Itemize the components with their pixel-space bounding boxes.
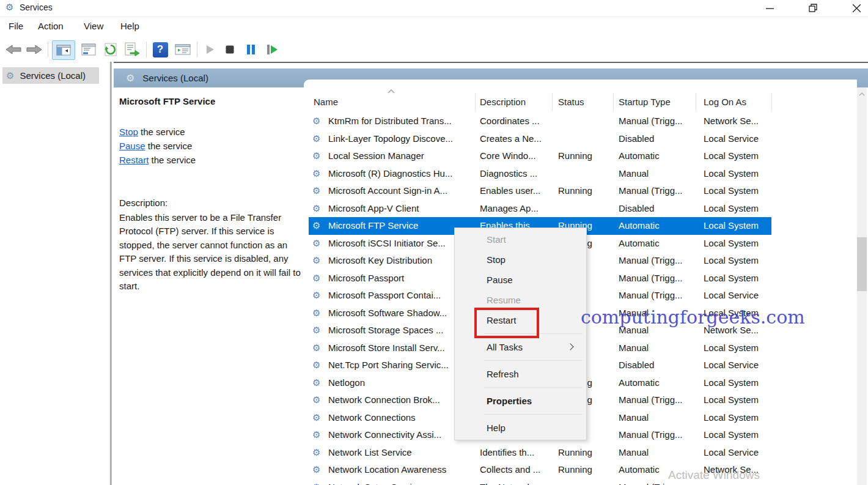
table-row[interactable]: ⚙Local Session ManagerCore Windo...Runni… — [309, 147, 771, 165]
column-header-startup[interactable]: Startup Type — [619, 97, 671, 107]
cell-startup-type: Manual (Trigg... — [619, 113, 697, 130]
console-tree-icon — [56, 44, 72, 56]
pause-icon — [246, 45, 256, 54]
restart-service-link[interactable]: Restart — [119, 155, 149, 165]
service-gear-icon: ⚙ — [312, 165, 320, 183]
table-row[interactable]: ⚙Network List ServiceIdentifies th...Run… — [309, 444, 771, 462]
title-bar: ⚙ Services — [0, 0, 868, 17]
column-separator[interactable] — [552, 93, 553, 111]
forward-button[interactable] — [24, 40, 44, 59]
column-header-logon[interactable]: Log On As — [704, 97, 746, 107]
toolbar-separator — [197, 42, 197, 57]
cell-startup-type: Manual (Trigg... — [619, 270, 697, 287]
back-button[interactable] — [4, 40, 23, 59]
column-header-name[interactable]: Name — [314, 97, 338, 107]
cell-startup-type: Automatic — [619, 235, 697, 253]
cell-log-on-as: Local System — [704, 200, 772, 218]
restore-button[interactable] — [799, 0, 827, 17]
menu-view[interactable]: View — [84, 21, 103, 31]
cell-name: Netlogon — [328, 374, 475, 392]
service-gear-icon: ⚙ — [312, 147, 320, 165]
restart-service-button[interactable] — [263, 40, 281, 59]
stop-service-button[interactable] — [221, 40, 238, 59]
context-menu-item-all-tasks[interactable]: All Tasks — [455, 337, 586, 357]
service-gear-icon: ⚙ — [312, 270, 320, 287]
selected-service-name: Microsoft FTP Service — [119, 96, 215, 106]
cell-startup-type: Automatic — [619, 147, 697, 165]
table-row[interactable]: ⚙KtmRm for Distributed Trans...Coordinat… — [309, 113, 771, 130]
table-row[interactable]: ⚙Link-Layer Topology Discove...Creates a… — [309, 130, 771, 148]
cell-log-on-as: Local System — [704, 252, 772, 270]
context-menu-item-properties[interactable]: Properties — [455, 391, 586, 411]
cell-name: Network Connection Brok... — [328, 391, 475, 409]
show-console-tree-button[interactable] — [52, 40, 75, 60]
menu-help[interactable]: Help — [120, 21, 139, 31]
cell-name: Microsoft Storage Spaces ... — [328, 322, 475, 339]
app-gear-icon: ⚙ — [6, 2, 13, 13]
scroll-up-icon[interactable] — [857, 90, 867, 100]
table-row[interactable]: ⚙Microsoft Account Sign-in A...Enables u… — [309, 182, 771, 200]
column-separator[interactable] — [696, 93, 696, 111]
stop-service-link[interactable]: Stop — [119, 127, 138, 137]
cell-log-on-as: Local Service — [704, 444, 772, 462]
column-header-description[interactable]: Description — [480, 97, 526, 107]
cell-description: Manages Ap... — [480, 200, 552, 218]
properties-button[interactable] — [79, 40, 98, 59]
cell-name: Microsoft Account Sign-in A... — [328, 182, 475, 200]
export-list-button[interactable] — [122, 40, 142, 59]
show-action-pane-button[interactable] — [172, 40, 194, 59]
description-label: Description: — [119, 198, 167, 208]
service-gear-icon: ⚙ — [312, 322, 320, 339]
cell-description: Core Windo... — [480, 147, 552, 165]
cell-log-on-as: Local System — [704, 235, 772, 253]
context-menu-item-help[interactable]: Help — [455, 418, 586, 438]
banner-title: Services (Local) — [142, 73, 208, 83]
cell-name: Microsoft App-V Client — [328, 200, 475, 218]
window-title: Services — [20, 2, 53, 12]
pause-service-link[interactable]: Pause — [119, 141, 145, 151]
refresh-button[interactable] — [101, 40, 120, 59]
cell-startup-type: Disabled — [619, 130, 697, 148]
banner-gear-icon: ⚙ — [126, 72, 134, 84]
help-button[interactable]: ? — [150, 40, 170, 59]
cell-startup-type: Automatic — [619, 217, 697, 235]
cell-log-on-as: Local System — [704, 339, 772, 357]
column-separator[interactable] — [771, 93, 772, 111]
cell-startup-type: Manual — [619, 409, 697, 427]
cell-name: Network Connections — [328, 409, 475, 427]
scrollbar-thumb[interactable] — [857, 237, 867, 291]
cell-name: KtmRm for Distributed Trans... — [328, 113, 475, 130]
service-gear-icon: ⚙ — [312, 374, 320, 392]
pause-service-button[interactable] — [242, 40, 259, 59]
service-gear-icon: ⚙ — [312, 305, 320, 322]
pane-divider[interactable] — [108, 62, 114, 485]
service-gear-icon: ⚙ — [312, 391, 320, 409]
close-button[interactable] — [842, 0, 868, 17]
cell-startup-type: Manual — [619, 339, 697, 357]
service-gear-icon: ⚙ — [312, 461, 320, 479]
menu-file[interactable]: File — [9, 21, 23, 31]
context-menu-item-pause[interactable]: Pause — [455, 270, 586, 290]
toolbar-separator — [146, 42, 147, 57]
column-separator[interactable] — [475, 93, 476, 111]
cell-startup-type: Manual (Trigg... — [619, 426, 697, 444]
minimize-button[interactable] — [756, 0, 784, 17]
start-service-button[interactable] — [202, 40, 219, 59]
table-row[interactable]: ⚙Microsoft App-V ClientManages Ap...Disa… — [309, 200, 771, 218]
stop-icon — [226, 45, 234, 54]
table-row[interactable]: ⚙Microsoft (R) Diagnostics Hu...Diagnost… — [309, 165, 771, 183]
menu-separator — [484, 387, 583, 388]
column-header-status[interactable]: Status — [558, 97, 584, 107]
restart-highlight-box — [474, 308, 539, 338]
context-menu-item-start: Start — [455, 229, 586, 250]
cell-log-on-as: Local System — [704, 391, 772, 409]
column-separator[interactable] — [613, 93, 614, 111]
tree-item-services-local[interactable]: ⚙ Services (Local) — [2, 67, 99, 84]
console-tree-panel: ⚙ Services (Local) — [0, 62, 108, 485]
cell-log-on-as: Local Service — [704, 287, 772, 305]
context-menu-item-refresh[interactable]: Refresh — [455, 364, 586, 384]
context-menu-item-stop[interactable]: Stop — [455, 250, 586, 270]
action-pane-icon — [175, 43, 191, 56]
sort-ascending-icon — [388, 89, 395, 94]
menu-action[interactable]: Action — [38, 21, 64, 31]
